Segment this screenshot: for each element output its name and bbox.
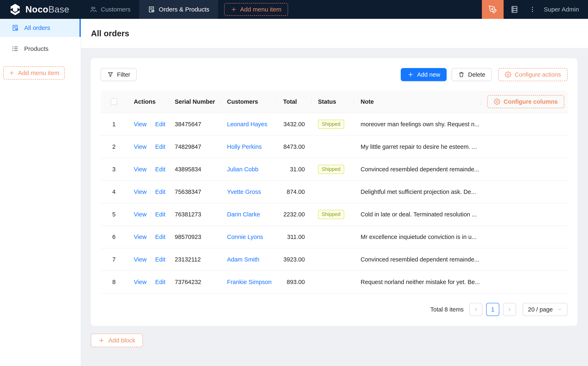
filter-button[interactable]: Filter — [101, 68, 137, 81]
highlighter-icon — [489, 5, 497, 14]
view-link[interactable]: View — [134, 144, 146, 150]
edit-link[interactable]: Edit — [155, 144, 165, 150]
actions-cell: ViewEdit — [127, 234, 168, 240]
add-block-button[interactable]: Add block — [91, 334, 143, 347]
user-menu[interactable]: Super Admin — [540, 0, 588, 19]
plugin-manager-button[interactable] — [504, 0, 525, 19]
page-size-select[interactable]: 20 / page — [523, 303, 567, 316]
column-header-note: Note — [354, 98, 481, 105]
app-title: NocoBase — [25, 4, 69, 15]
column-header-total: Total — [277, 98, 311, 105]
plus-icon — [231, 6, 237, 13]
view-link[interactable]: View — [134, 234, 146, 240]
table-header-row: Actions Serial Number Customers Total St… — [101, 91, 567, 113]
configure-actions-button[interactable]: Configure actions — [498, 68, 567, 81]
edit-link[interactable]: Edit — [155, 189, 165, 195]
status-badge: Shipped — [318, 210, 344, 219]
trash-icon — [458, 71, 465, 78]
view-link[interactable]: View — [134, 121, 146, 128]
nocobase-logo[interactable]: NocoBase — [0, 0, 81, 19]
orders-table-card: Filter Add new Delete — [91, 58, 577, 326]
customer-link[interactable]: Connie Lyons — [227, 234, 263, 240]
view-link[interactable]: View — [134, 256, 146, 263]
navbar-right-cluster: Super Admin — [482, 0, 588, 19]
status-badge: Shipped — [318, 165, 344, 174]
row-index: 5 — [101, 211, 127, 218]
previous-page-button[interactable] — [469, 303, 482, 316]
customer-cell: Leonard Hayes — [220, 121, 277, 128]
tab-customers[interactable]: Customers — [81, 0, 139, 19]
sidebar-item-label: All orders — [24, 24, 50, 31]
edit-link[interactable]: Edit — [155, 234, 165, 240]
view-link[interactable]: View — [134, 211, 146, 218]
edit-link[interactable]: Edit — [155, 279, 165, 285]
plus-icon — [9, 70, 15, 76]
edit-link[interactable]: Edit — [155, 256, 165, 263]
plus-icon — [407, 71, 414, 78]
configure-columns-button[interactable]: Configure columns — [487, 95, 564, 108]
pagination-total: Total 8 items — [430, 306, 464, 313]
link-divider — [151, 166, 151, 173]
view-link[interactable]: View — [134, 166, 146, 173]
actions-cell: ViewEdit — [127, 189, 168, 195]
link-divider — [151, 121, 151, 128]
view-link[interactable]: View — [134, 279, 146, 285]
view-link[interactable]: View — [134, 189, 146, 195]
sidebar-item-products[interactable]: Products — [0, 40, 81, 58]
table-row: 1 ViewEdit 38475647 Leonard Hayes 3432.0… — [101, 113, 567, 136]
actions-cell: ViewEdit — [127, 256, 168, 263]
add-new-button[interactable]: Add new — [401, 68, 447, 81]
sidebar-item-label: Products — [24, 45, 48, 52]
orders-icon — [11, 24, 19, 31]
customer-link[interactable]: Leonard Hayes — [227, 121, 267, 128]
current-page-button[interactable]: 1 — [486, 303, 499, 316]
row-index: 4 — [101, 189, 127, 195]
note-cell: Convinced resembled dependent remainde..… — [354, 256, 481, 263]
customer-link[interactable]: Adam Smith — [227, 256, 259, 263]
customer-link[interactable]: Yvette Gross — [227, 189, 261, 195]
link-divider — [151, 212, 151, 218]
total-cell: 311.00 — [277, 234, 311, 240]
filter-icon — [107, 71, 114, 78]
note-cell: Mr excellence inquietude conviction is i… — [354, 234, 481, 240]
total-cell: 2232.00 — [277, 211, 311, 218]
serial-cell: 76381273 — [168, 211, 220, 218]
actions-cell: ViewEdit — [127, 279, 168, 285]
total-cell: 3923.00 — [277, 256, 311, 263]
row-index: 3 — [101, 166, 127, 173]
ui-editor-button[interactable] — [482, 0, 504, 19]
customer-link[interactable]: Frankie Simpson — [227, 279, 272, 285]
link-divider — [151, 189, 151, 195]
nocobase-logo-icon — [9, 3, 22, 15]
delete-button[interactable]: Delete — [452, 68, 492, 81]
more-menu-button[interactable] — [525, 0, 540, 19]
next-page-button[interactable] — [503, 303, 516, 316]
tab-orders-products[interactable]: Orders & Products — [139, 0, 218, 19]
customer-link[interactable]: Darin Clarke — [227, 211, 260, 218]
note-cell: Cold in late or deal. Terminated resolut… — [354, 211, 481, 218]
row-index: 8 — [101, 279, 127, 285]
edit-link[interactable]: Edit — [155, 166, 165, 173]
column-header-serial-number: Serial Number — [168, 98, 220, 105]
status-cell: Shipped — [311, 165, 354, 174]
navbar-add-menu-item-button[interactable]: Add menu item — [224, 3, 288, 16]
customer-cell: Frankie Simpson — [220, 279, 277, 285]
select-all-checkbox[interactable] — [111, 98, 117, 105]
actions-cell: ViewEdit — [127, 211, 168, 218]
customer-link[interactable]: Holly Perkins — [227, 144, 262, 150]
note-cell: Delightful met sufficient projection ask… — [354, 189, 481, 195]
sidebar-item-all-orders[interactable]: All orders — [0, 19, 81, 37]
table-row: 8 ViewEdit 73764232 Frankie Simpson 893.… — [101, 271, 567, 293]
status-badge: Shipped — [318, 120, 344, 129]
content-area: Filter Add new Delete — [81, 48, 588, 347]
edit-link[interactable]: Edit — [155, 121, 165, 128]
note-cell: Convinced resembled dependent remainde..… — [354, 166, 481, 173]
edit-link[interactable]: Edit — [155, 211, 165, 218]
page-title: All orders — [91, 29, 129, 38]
serial-cell: 73764232 — [168, 279, 220, 285]
orders-icon — [148, 6, 155, 13]
table-row: 4 ViewEdit 75638347 Yvette Gross 874.00 … — [101, 181, 567, 203]
total-cell: 874.00 — [277, 189, 311, 195]
customer-link[interactable]: Julian Cobb — [227, 166, 258, 173]
sidebar-add-menu-item-button[interactable]: Add menu item — [3, 66, 65, 79]
